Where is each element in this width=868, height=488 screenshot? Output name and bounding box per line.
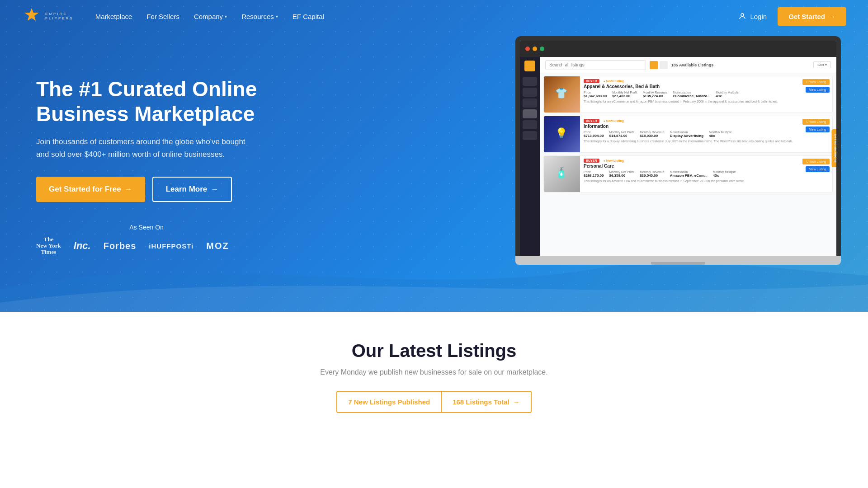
- new-listings-count: 7 New Listings Published: [337, 392, 441, 412]
- ui-listing-actions: Unlock Listing View Listing: [800, 156, 832, 192]
- unlock-listing-button[interactable]: Unlock Listing: [802, 119, 830, 125]
- ui-listing-thumbnail: 💡: [544, 116, 580, 152]
- listing-image-icon: 👕: [553, 85, 571, 103]
- ui-listing-card: 🧴 BUYER ● New Listing Personal Care: [543, 155, 833, 192]
- laptop-base: [515, 256, 841, 265]
- ui-listing-title: Apparel & Accessories, Bed & Bath: [584, 84, 796, 89]
- unlock-listing-button[interactable]: Unlock Listing: [802, 79, 830, 85]
- sidebar-item: [523, 88, 537, 97]
- ui-main: 185 Available Listings Sort ▾ 👕: [540, 57, 836, 256]
- nyt-logo: TheNew YorkTimes: [36, 236, 61, 256]
- moz-logo: MOZ: [206, 241, 229, 251]
- view-listing-button[interactable]: View Listing: [806, 127, 830, 132]
- view-listing-button[interactable]: View Listing: [806, 166, 830, 172]
- notification-tab[interactable]: Get Notifications: [831, 129, 839, 167]
- nav-company[interactable]: Company ▾: [194, 13, 227, 20]
- ui-stat-price: Price $713,904.00: [584, 131, 604, 138]
- chevron-down-icon: ▾: [225, 14, 227, 19]
- login-button[interactable]: Login: [738, 12, 767, 20]
- ui-listing-title: Personal Care: [584, 164, 796, 169]
- listing-image-icon: 🧴: [553, 165, 571, 183]
- svg-text:💡: 💡: [555, 127, 568, 139]
- ui-stat-monetization: Monetisation Amazon FBA, eCom...: [670, 170, 708, 178]
- ui-grid-icon: [650, 61, 658, 69]
- ui-stat-monetization: Monetisation Display Advertising: [670, 131, 703, 138]
- ui-listing-thumbnail: 👕: [544, 76, 580, 113]
- forbes-logo: Forbes: [104, 241, 137, 251]
- hero-text-area: The #1 Curated Online Business Marketpla…: [36, 50, 257, 256]
- ui-stat-monetization: Monetisation eCommerce, Amazo...: [673, 91, 710, 98]
- buyer-tag: BUYER: [584, 119, 599, 123]
- sidebar-item: [523, 109, 537, 118]
- logo-text: EMPIRE FLIPPERS: [45, 12, 74, 20]
- listing-image-icon: 💡: [553, 125, 571, 143]
- ui-listing-tags: BUYER ● New Listing: [584, 159, 796, 163]
- ui-listing-thumbnail: 🧴: [544, 156, 580, 192]
- unlock-listing-button[interactable]: Unlock Listing: [802, 159, 830, 164]
- hero-subtitle: Join thousands of customers around the g…: [36, 136, 253, 160]
- header: EMPIRE FLIPPERS Marketplace For Sellers …: [0, 0, 868, 33]
- nav-marketplace[interactable]: Marketplace: [95, 13, 132, 20]
- ui-listing-tags: BUYER ● New Listing: [584, 79, 796, 83]
- ui-search-input[interactable]: [545, 60, 646, 70]
- new-tag: ● New Listing: [601, 119, 626, 123]
- ui-stat-multiple: Monthly Multiple 45x: [713, 170, 736, 178]
- listings-title: Our Latest Listings: [0, 341, 868, 361]
- get-started-free-button[interactable]: Get Started for Free →: [36, 177, 145, 202]
- listings-subtitle: Every Monday we publish new businesses f…: [0, 368, 868, 376]
- ui-listing-desc: This listing is for an eCommerce and Ama…: [584, 99, 796, 103]
- sidebar-item: [523, 99, 537, 108]
- nav-resources[interactable]: Resources ▾: [241, 13, 278, 20]
- ui-listing-info: BUYER ● New Listing Personal Care Price …: [580, 156, 800, 192]
- ui-stat-price: Price $1,342,698.00: [584, 91, 607, 98]
- ui-listing-card: 💡 BUYER ● New Listing Information: [543, 116, 833, 153]
- learn-more-button[interactable]: Learn More →: [152, 177, 232, 202]
- svg-point-2: [741, 14, 744, 16]
- ui-sort-btn[interactable]: Sort ▾: [813, 61, 831, 68]
- nav-for-sellers[interactable]: For Sellers: [146, 13, 179, 20]
- ui-listing-title: Information: [584, 124, 796, 129]
- inc-logo: Inc.: [74, 240, 91, 252]
- ui-available-label: 185 Available Listings: [671, 63, 713, 67]
- ui-listing-desc: This listing is for an Amazon FBA and eC…: [584, 179, 796, 183]
- ui-listing-stats: Price $1,342,698.00 Monthly Net Profit $…: [584, 91, 796, 98]
- huffpost-logo: iHUFFPOSTi: [149, 242, 193, 250]
- new-tag: ● New Listing: [601, 159, 626, 163]
- sidebar-item: [523, 120, 537, 129]
- sidebar-item: [523, 131, 537, 140]
- ui-list-icon: [660, 61, 668, 69]
- app-bar: [520, 41, 836, 57]
- ui-listing-tags: BUYER ● New Listing: [584, 119, 796, 123]
- nav-ef-capital[interactable]: EF Capital: [292, 13, 324, 20]
- minimize-dot: [533, 47, 537, 51]
- arrow-right-icon: →: [513, 398, 520, 406]
- main-nav: Marketplace For Sellers Company ▾ Resour…: [95, 13, 739, 20]
- chevron-down-icon: ▾: [276, 14, 278, 19]
- maximize-dot: [540, 47, 544, 51]
- hero-section: The #1 Curated Online Business Marketpla…: [0, 0, 868, 312]
- ui-listing-desc: This listing is for a display advertisin…: [584, 139, 796, 143]
- ui-listing-stats: Price $286,175.00 Monthly Net Profit $6,…: [584, 170, 796, 178]
- ui-stat-net: Monthly Net Profit $14,874.00: [609, 131, 635, 138]
- user-icon: [738, 12, 746, 20]
- sidebar-item: [523, 77, 537, 86]
- ui-listing-info: BUYER ● New Listing Information Price $7…: [580, 116, 800, 152]
- logo[interactable]: EMPIRE FLIPPERS: [22, 6, 74, 26]
- sidebar-logo: [524, 61, 535, 71]
- ui-listing-info: BUYER ● New Listing Apparel & Accessorie…: [580, 76, 800, 113]
- total-listings-count: 168 Listings Total →: [442, 392, 531, 412]
- header-get-started-button[interactable]: Get Started →: [778, 7, 846, 26]
- buyer-tag: BUYER: [584, 159, 599, 163]
- ui-topbar: 185 Available Listings Sort ▾: [540, 57, 836, 73]
- svg-text:🧴: 🧴: [555, 167, 568, 179]
- ui-stat-revenue: Monthly Revenue $30,545.00: [640, 170, 664, 178]
- ui-listing-actions: Unlock Listing View Listing: [800, 116, 832, 152]
- arrow-right-icon: →: [125, 185, 132, 194]
- laptop-wrapper: 185 Available Listings Sort ▾ 👕: [515, 36, 841, 265]
- view-listing-button[interactable]: View Listing: [806, 87, 830, 93]
- logo-line1: EMPIRE: [45, 12, 74, 16]
- laptop-mockup: 185 Available Listings Sort ▾ 👕: [257, 50, 832, 285]
- header-actions: Login Get Started →: [738, 7, 846, 26]
- listings-badge[interactable]: 7 New Listings Published 168 Listings To…: [336, 391, 531, 413]
- as-seen-on: As Seen On TheNew YorkTimes Inc. Forbes …: [36, 224, 257, 256]
